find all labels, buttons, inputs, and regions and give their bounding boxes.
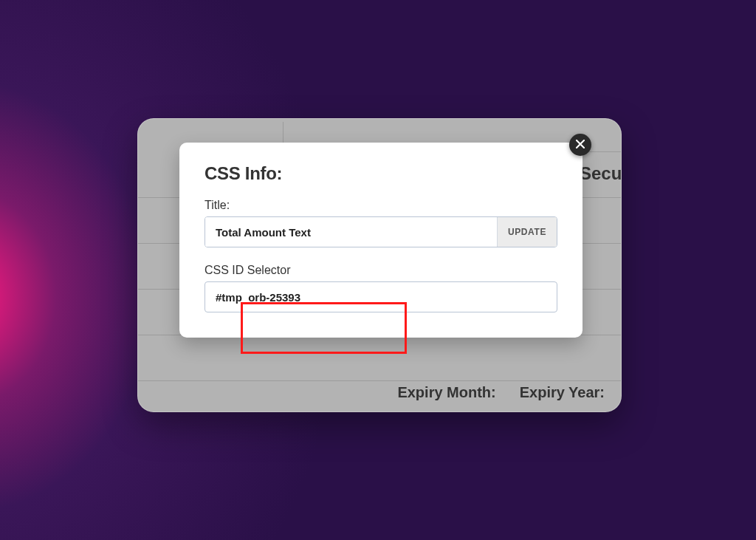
expiry-month-label: Expiry Month: — [397, 384, 495, 401]
modal-heading: CSS Info: — [205, 163, 557, 184]
bg-security-label-partial: Secu — [580, 163, 621, 185]
app-window: Secu Expiry Month: Expiry Year: CSS Info… — [137, 118, 622, 412]
title-input-row: UPDATE — [205, 216, 557, 247]
bg-form-labels: Expiry Month: Expiry Year: — [397, 384, 605, 401]
close-icon — [576, 138, 585, 151]
css-info-modal: CSS Info: Title: UPDATE CSS ID Selector … — [179, 143, 583, 338]
title-input[interactable] — [205, 217, 497, 247]
close-button[interactable] — [569, 134, 591, 156]
css-id-selector-value[interactable]: #tmp_orb-25393 — [205, 281, 557, 312]
update-button[interactable]: UPDATE — [497, 217, 557, 247]
expiry-year-label: Expiry Year: — [520, 384, 605, 401]
bg-row-line — [138, 380, 621, 381]
title-label: Title: — [205, 199, 557, 212]
selector-label: CSS ID Selector — [205, 264, 557, 277]
